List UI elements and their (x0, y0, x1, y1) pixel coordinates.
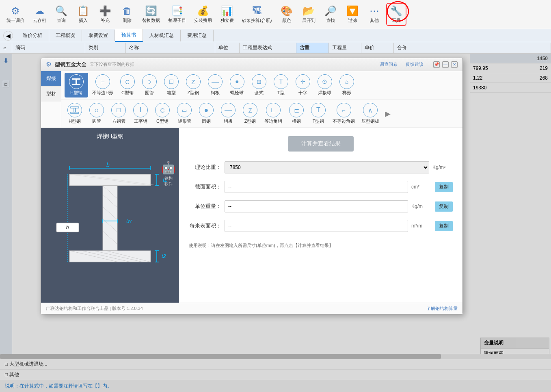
toolbar-bu-chong[interactable]: ➕ 补充 (95, 4, 115, 25)
cat-xing-cai[interactable]: 型材 (41, 87, 61, 102)
close-button[interactable]: ✕ (451, 61, 458, 68)
toolbar-zhan-kai[interactable]: 📂 展开到 (298, 4, 319, 25)
tab-qu-fei-she-zhi[interactable]: 取费设置 (82, 30, 115, 41)
shape-ti-xing[interactable]: ⌂ 梯形 (337, 73, 357, 97)
p-gang-ban-icon: — (221, 103, 236, 117)
gj-label: 钢构软件 (161, 175, 176, 187)
tong-yi-diao-jia-icon: ⚙ (11, 5, 20, 17)
mascot-container: 🤖 钢构软件 (161, 160, 176, 187)
main-toolbar: ⚙ 统一调价 ☁ 云存档 🔍 查询 📋 插入 ➕ 补充 🗑 删除 🔄 替换数据 … (0, 0, 551, 29)
next-arrow[interactable]: ▶ (385, 109, 391, 118)
input-jie-mian[interactable] (225, 181, 408, 193)
shape-categories: 焊接 型材 (41, 71, 61, 128)
input-dan-wei-zhong-liang[interactable] (225, 200, 408, 212)
sha-jiang-icon: 🏗 (252, 5, 262, 17)
shape-p-h[interactable]: H型钢 (65, 101, 85, 126)
input-mei-mi[interactable] (225, 220, 408, 232)
col-han-liang: 含量 (296, 43, 329, 53)
shape-han-jie-qiu[interactable]: ⊙ 焊接球 (315, 73, 335, 97)
shape-z-xing[interactable]: Z Z型钢 (183, 73, 203, 97)
link-diao-cha-wen-juan[interactable]: 调查问卷 (380, 61, 398, 67)
shape-p-c-xing[interactable]: C C型钢 (152, 101, 173, 126)
dialog-title-bar: ⚙ 型钢五金大全 天下没有查不到的数据 调查问卷 反馈建议 📌 — ✕ (41, 58, 462, 71)
shape-p-t-xing-gang[interactable]: T T型钢 (308, 101, 328, 126)
toolbar-shan-chu[interactable]: 🗑 删除 (117, 4, 137, 25)
shape-luo-shuan-qiu[interactable]: ● 螺栓球 (227, 73, 247, 97)
an-zhuang-icon: 💰 (197, 5, 209, 17)
tab-fei-yong-hui-zong[interactable]: 费用汇总 (181, 30, 214, 41)
tab-gong-cheng-gai-kuang[interactable]: 工程概况 (49, 30, 82, 41)
luo-shuan-qiu-label: 螺栓球 (230, 90, 244, 96)
cat-han-jie[interactable]: 焊接 (41, 71, 61, 87)
toolbar-gong-ju[interactable]: 🔧 工具 (386, 3, 406, 26)
shape-p-yuan-guan[interactable]: ○ 圆管 (86, 101, 107, 126)
toolbar-cha-xun[interactable]: 🔍 查询 (51, 4, 71, 25)
shape-yuan-guan[interactable]: ○ 圆管 (139, 73, 160, 97)
han-jie-qiu-label: 焊接球 (318, 90, 331, 96)
shape-bu-deng-bian[interactable]: ⊢ 不等边H形 (90, 73, 116, 97)
shape-xiang-xing[interactable]: □ 箱型 (161, 73, 182, 97)
shape-gang-ban[interactable]: — 钢板 (205, 73, 225, 97)
shape-p-bu-deng-jiao[interactable]: ⌐ 不等边角钢 (330, 101, 357, 126)
toolbar-yun-cun-dang[interactable]: ☁ 云存档 (29, 4, 50, 25)
shape-p-deng-bian[interactable]: ∟ 等边角钢 (262, 101, 285, 126)
toolbar-tong-yi-diao-jia[interactable]: ⚙ 统一调价 (3, 4, 28, 25)
pin-button[interactable]: 📌 (433, 61, 440, 68)
shape-p-gang-ban[interactable]: — 钢板 (218, 101, 238, 126)
p-ya-xing-label: 压型钢板 (361, 118, 379, 124)
copy-mei-mi[interactable]: 复制 (435, 221, 453, 231)
svg-rect-2 (76, 80, 77, 84)
ti-huan-icon: 🔄 (145, 5, 157, 17)
footer-right-link[interactable]: 了解钢结构算量 (426, 305, 458, 312)
toolbar-sha-jiang[interactable]: 🏗 砂浆换算(合肥) (239, 4, 275, 25)
p-gang-ban-label: 钢板 (224, 118, 233, 124)
p-z-xing-label: Z型钢 (244, 118, 256, 124)
bu-deng-bian-label: 不等边H形 (92, 90, 113, 96)
toolbar-cha-ru[interactable]: 📋 插入 (73, 4, 93, 25)
p-gong-zi-icon: I (133, 103, 148, 117)
p-t-xing-gang-icon: T (311, 103, 326, 117)
toolbar-guo-lv[interactable]: 🔽 过滤 (342, 4, 363, 25)
toolbar-du-li-fei[interactable]: 📊 独立费 (217, 4, 237, 25)
shape-p-z-xing[interactable]: Z Z型钢 (240, 101, 260, 126)
col-gong-cheng-biao-da-shi: 工程里表达式 (240, 43, 296, 53)
toolbar-zheng-li[interactable]: 📑 整理子目 (165, 4, 189, 25)
toolbar-qi-ta[interactable]: ⋯ 其他 (364, 4, 385, 25)
guo-lv-icon: 🔽 (346, 5, 359, 17)
copy-jie-mian[interactable]: 复制 (435, 182, 453, 192)
copy-dan-wei-zhong-liang[interactable]: 复制 (435, 201, 453, 212)
nav-back-btn[interactable]: ◀ (3, 31, 13, 41)
toolbar-cha-zhao[interactable]: 🔎 查找 (320, 4, 341, 25)
label-dan-wei-zhong-liang: 单位重量： (189, 203, 221, 210)
z-xing-label: Z型钢 (188, 90, 199, 96)
tab-zao-jia-fen-xi[interactable]: 造价分析 (16, 30, 49, 41)
grid-collapse-btn[interactable]: « (0, 43, 12, 52)
shape-he-shi[interactable]: ⊞ 盒式 (249, 73, 269, 97)
shape-t-xing[interactable]: T T型 (271, 73, 291, 97)
shape-p-fang-guan[interactable]: □ 方钢管 (108, 101, 129, 126)
t-xing-icon: T (274, 74, 288, 89)
calc-button[interactable]: 计算并查看结果 (288, 136, 354, 152)
ti-xing-label: 梯形 (342, 90, 351, 96)
tab-ren-cai-ji[interactable]: 人材机汇总 (143, 30, 181, 41)
shape-p-cao-gang[interactable]: ⊏ 槽钢 (286, 101, 307, 126)
cha-xun-icon: 🔍 (55, 5, 67, 17)
yun-cun-dang-icon: ☁ (35, 5, 44, 17)
shape-p-ya-xing[interactable]: ∧ 压型钢板 (359, 101, 382, 126)
du-li-fei-icon: 📊 (221, 5, 233, 17)
tab-yu-suan-shu[interactable]: 预算书 (115, 29, 143, 42)
shape-c-xing[interactable]: C C型钢 (117, 73, 138, 97)
link-fan-kui-jian-yi[interactable]: 反馈建议 (406, 61, 424, 67)
shape-h-xing-gang[interactable]: H型钢 (65, 73, 88, 97)
shape-p-yuan-gang[interactable]: ● 圆钢 (196, 101, 216, 126)
select-li-lun-bi-zhong[interactable]: 7850 (225, 161, 429, 173)
shape-p-gong-zi[interactable]: I 工字钢 (130, 101, 151, 126)
toolbar-an-zhuang[interactable]: 💰 安装费用 (191, 4, 215, 25)
shape-p-ju-xing[interactable]: ▭ 矩形管 (174, 101, 194, 126)
shape-shi-zi[interactable]: ✛ 十字 (293, 73, 313, 97)
gang-ban-label: 钢板 (211, 90, 220, 96)
toolbar-ti-huan-shu-ju[interactable]: 🔄 替换数据 (139, 4, 163, 25)
han-jie-qiu-icon: ⊙ (318, 74, 332, 89)
minimize-button[interactable]: — (442, 61, 449, 68)
toolbar-yan-se[interactable]: 🎨 颜色 (277, 4, 297, 25)
